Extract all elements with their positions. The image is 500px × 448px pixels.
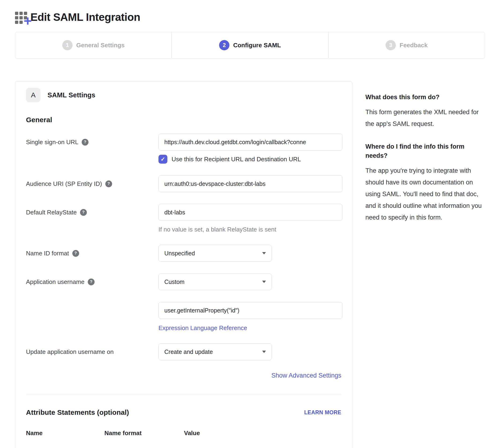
- content: A SAML Settings General Single sign-on U…: [15, 81, 485, 448]
- help-icon[interactable]: [88, 279, 95, 285]
- custom-expression-input[interactable]: [159, 302, 342, 319]
- grid-cell: [19, 12, 23, 15]
- name-id-format-label-group: Name ID format: [26, 245, 159, 262]
- update-username-label-group: Update application username on: [26, 343, 159, 360]
- step-number-badge: 2: [219, 40, 229, 50]
- sso-url-label: Single sign-on URL: [26, 139, 79, 146]
- audience-uri-controls: [159, 175, 341, 192]
- name-id-format-value: Unspecified: [164, 250, 195, 257]
- custom-expression-spacer: [26, 302, 159, 319]
- step-number-badge: 1: [62, 40, 73, 50]
- attribute-statements-header: Attribute Statements (optional) LEARN MO…: [26, 408, 341, 416]
- help-icon[interactable]: [72, 250, 79, 257]
- show-advanced-settings-link[interactable]: Show Advanced Settings: [271, 372, 341, 379]
- grid-cell: [15, 21, 18, 24]
- step-general-settings[interactable]: 1 General Settings: [15, 32, 172, 58]
- name-id-format-controls: Unspecified: [159, 245, 341, 262]
- sso-url-label-group: Single sign-on URL: [26, 134, 159, 150]
- update-username-value: Create and update: [164, 349, 213, 355]
- relay-state-controls: If no value is set, a blank RelayState i…: [159, 204, 341, 233]
- audience-uri-label-group: Audience URI (SP Entity ID): [26, 175, 159, 192]
- help-icon[interactable]: [105, 180, 112, 187]
- sidebar-body-where: The app you're trying to integrate with …: [365, 165, 485, 224]
- application-username-value: Custom: [164, 279, 184, 285]
- grid-cell: [15, 12, 18, 15]
- application-username-label-group: Application username: [26, 273, 159, 290]
- application-username-label: Application username: [26, 278, 84, 286]
- recipient-url-checkbox-row: Use this for Recipient URL and Destinati…: [159, 155, 341, 164]
- sso-url-row: Single sign-on URL Use this for Recipien…: [26, 134, 341, 164]
- custom-expression-row: Expression Language Reference: [26, 302, 341, 332]
- audience-uri-label: Audience URI (SP Entity ID): [26, 180, 102, 188]
- grid-cell: [19, 16, 23, 19]
- update-username-label: Update application username on: [26, 348, 113, 355]
- application-username-controls: Custom: [159, 273, 341, 290]
- recipient-url-checkbox-label: Use this for Recipient URL and Destinati…: [172, 156, 301, 163]
- help-sidebar: What does this form do? This form genera…: [365, 81, 485, 224]
- advanced-settings-row: Show Advanced Settings: [26, 372, 341, 379]
- check-icon[interactable]: [159, 155, 167, 164]
- relay-state-helper-text: If no value is set, a blank RelayState i…: [159, 226, 341, 233]
- page: Edit SAML Integration 1 General Settings…: [0, 0, 500, 448]
- relay-state-input[interactable]: [159, 204, 342, 221]
- page-header: Edit SAML Integration: [15, 10, 485, 24]
- name-id-format-label: Name ID format: [26, 250, 69, 257]
- caret-down-icon: [262, 351, 266, 353]
- column-header-name: Name: [26, 430, 104, 437]
- attribute-statements-columns: Name Name format Value: [26, 430, 341, 437]
- general-section-title: General: [26, 116, 341, 124]
- caret-down-icon: [262, 252, 266, 255]
- panel-title: SAML Settings: [48, 91, 95, 99]
- step-configure-saml[interactable]: 2 Configure SAML: [172, 32, 328, 58]
- grid-cell: [19, 21, 23, 24]
- panel-header: A SAML Settings: [26, 88, 341, 102]
- custom-expression-controls: Expression Language Reference: [159, 302, 341, 332]
- section-divider: [26, 395, 341, 395]
- grid-cell: [15, 16, 18, 19]
- update-username-select[interactable]: Create and update: [159, 343, 272, 360]
- sidebar-heading-what: What does this form do?: [365, 93, 485, 102]
- help-icon[interactable]: [80, 209, 87, 216]
- relay-state-label-group: Default RelayState: [26, 204, 159, 221]
- step-number-badge: 3: [386, 40, 396, 50]
- expression-language-reference-link[interactable]: Expression Language Reference: [159, 324, 247, 332]
- attribute-statements-title: Attribute Statements (optional): [26, 408, 129, 416]
- column-header-name-format: Name format: [104, 430, 184, 437]
- sso-url-input[interactable]: [159, 134, 342, 150]
- audience-uri-row: Audience URI (SP Entity ID): [26, 175, 341, 192]
- section-a-badge: A: [26, 88, 40, 102]
- relay-state-label: Default RelayState: [26, 209, 77, 216]
- page-title: Edit SAML Integration: [31, 11, 140, 23]
- sso-url-controls: Use this for Recipient URL and Destinati…: [159, 134, 341, 164]
- update-username-row: Update application username on Create an…: [26, 343, 341, 360]
- name-id-format-row: Name ID format Unspecified: [26, 245, 341, 262]
- learn-more-link[interactable]: LEARN MORE: [304, 409, 341, 416]
- sidebar-body-what: This form generates the XML needed for t…: [365, 107, 485, 130]
- step-feedback[interactable]: 3 Feedback: [328, 32, 485, 58]
- help-icon[interactable]: [82, 139, 88, 145]
- step-label: General Settings: [76, 42, 125, 49]
- audience-uri-input[interactable]: [159, 175, 342, 192]
- application-username-row: Application username Custom: [26, 273, 341, 290]
- sidebar-heading-where: Where do I find the info this form needs…: [365, 142, 485, 160]
- step-label: Configure SAML: [233, 42, 281, 49]
- plus-icon: [24, 14, 32, 28]
- column-header-value: Value: [184, 430, 341, 437]
- saml-settings-panel: A SAML Settings General Single sign-on U…: [15, 81, 352, 448]
- update-username-controls: Create and update: [159, 343, 341, 360]
- application-username-select[interactable]: Custom: [159, 273, 272, 290]
- relay-state-row: Default RelayState If no value is set, a…: [26, 204, 341, 233]
- step-label: Feedback: [400, 42, 428, 49]
- step-wizard: 1 General Settings 2 Configure SAML 3 Fe…: [15, 32, 485, 59]
- caret-down-icon: [262, 281, 266, 283]
- saml-form: Single sign-on URL Use this for Recipien…: [26, 134, 341, 437]
- grid-plus-icon: [15, 10, 29, 24]
- name-id-format-select[interactable]: Unspecified: [159, 245, 272, 262]
